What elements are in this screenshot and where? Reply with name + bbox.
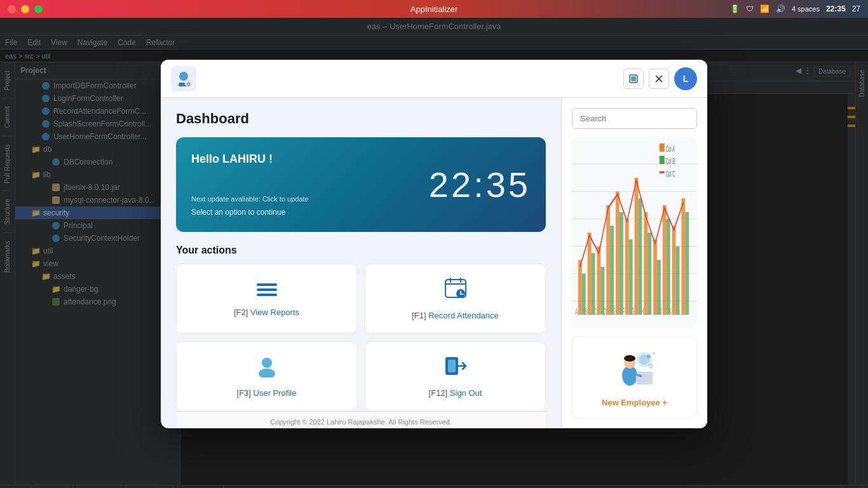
- svg-rect-45: [610, 226, 614, 315]
- svg-text:G: G: [632, 306, 635, 316]
- hero-card: Hello LAHIRU ! Next update avaliable: Cl…: [176, 137, 546, 232]
- modal-minimize-button[interactable]: [623, 69, 644, 89]
- svg-rect-46: [620, 212, 623, 315]
- hero-greeting: Hello LAHIRU !: [191, 152, 309, 166]
- svg-rect-5: [631, 76, 636, 81]
- modal-body: Dashboard Hello LAHIRU ! Next update ava…: [161, 98, 707, 428]
- hero-select-text: Select an option to continue: [191, 208, 309, 217]
- close-button[interactable]: [8, 5, 16, 13]
- svg-rect-40: [672, 226, 676, 315]
- modal-header: ⚙ L: [161, 60, 707, 98]
- svg-rect-36: [635, 178, 639, 315]
- modal-close-button[interactable]: [649, 69, 669, 89]
- svg-point-19: [259, 369, 275, 377]
- svg-text:C: C: [593, 306, 597, 316]
- svg-rect-30: [578, 260, 582, 315]
- svg-rect-35: [625, 219, 629, 315]
- svg-rect-34: [616, 191, 620, 315]
- record-attendance-label: [F1] Record Attendance: [412, 311, 499, 320]
- svg-point-0: [179, 72, 188, 81]
- svg-rect-33: [606, 205, 610, 315]
- actions-grid: [F2] View Reports: [176, 264, 546, 411]
- action-user-profile[interactable]: [F3] User Profile: [176, 341, 357, 411]
- modal-footer: Copyright © 2022 Lahiru Rajapakshe. All …: [176, 411, 546, 428]
- svg-rect-52: [676, 247, 680, 315]
- clock-display: 22:35: [826, 4, 846, 13]
- action-sign-out[interactable]: [F12] Sign Out: [365, 341, 546, 411]
- date-display: 27: [852, 4, 860, 13]
- battery-icon: 🔋: [730, 4, 740, 13]
- svg-rect-37: [644, 212, 648, 315]
- volume-icon: 🔊: [776, 4, 785, 13]
- svg-text:E: E: [613, 306, 616, 316]
- user-avatar: L: [674, 67, 697, 90]
- actions-title: Your actions: [176, 245, 546, 256]
- svg-rect-39: [663, 205, 667, 315]
- svg-rect-31: [588, 233, 592, 315]
- svg-rect-38: [653, 240, 657, 315]
- minimize-button[interactable]: [21, 5, 29, 13]
- svg-text:J: J: [660, 306, 661, 316]
- svg-rect-49: [648, 233, 651, 315]
- svg-text:D: D: [603, 306, 606, 316]
- app-modal: ⚙ L Dashboard: [161, 60, 707, 428]
- svg-text:Col B: Col B: [666, 157, 675, 166]
- svg-text:B: B: [585, 306, 588, 316]
- svg-text:H: H: [641, 306, 644, 316]
- svg-text:Col A: Col A: [666, 144, 675, 153]
- svg-rect-48: [638, 198, 642, 315]
- app-name: AppInitializer: [410, 4, 458, 14]
- svg-rect-66: [660, 144, 665, 152]
- svg-rect-41: [681, 198, 685, 315]
- chart-area: A B C D E F G H I J K L Col A: [572, 137, 697, 329]
- svg-text:⚙: ⚙: [186, 81, 191, 87]
- sign-out-label: [F12] Sign Out: [429, 388, 482, 398]
- mac-titlebar: AppInitializer 🔋 🛡 📶 🔊 4 spaces 22:35 27: [0, 0, 868, 18]
- svg-point-81: [653, 352, 655, 355]
- modal-right-panel: A B C D E F G H I J K L Col A: [561, 98, 707, 428]
- svg-point-76: [624, 355, 635, 362]
- svg-rect-10: [257, 294, 277, 296]
- hero-update-text[interactable]: Next update avaliable: Click to update: [191, 195, 309, 203]
- svg-rect-51: [667, 219, 670, 315]
- modal-header-actions: L: [623, 67, 697, 90]
- svg-point-80: [647, 355, 651, 358]
- action-record-attendance[interactable]: [F1] Record Attendance: [365, 264, 546, 334]
- svg-rect-21: [448, 360, 456, 372]
- wifi-icon: 📶: [760, 4, 770, 13]
- svg-rect-32: [597, 247, 600, 315]
- dashboard-title: Dashboard: [176, 111, 546, 127]
- mac-window-buttons: [8, 5, 43, 13]
- svg-text:Col C: Col C: [666, 169, 675, 178]
- svg-text:K: K: [669, 306, 672, 316]
- svg-rect-53: [685, 212, 689, 315]
- svg-rect-9: [257, 288, 277, 291]
- svg-rect-68: [660, 156, 665, 164]
- new-employee-card[interactable]: New Employee +: [572, 336, 697, 418]
- modal-logo: ⚙: [171, 66, 196, 92]
- hero-left: Hello LAHIRU ! Next update avaliable: Cl…: [191, 152, 309, 217]
- svg-text:L: L: [678, 306, 681, 316]
- maximize-button[interactable]: [34, 5, 43, 13]
- titlebar-right: 🔋 🛡 📶 🔊 4 spaces 22:35 27: [730, 4, 860, 13]
- view-reports-label: [F2] View Reports: [234, 308, 299, 317]
- action-view-reports[interactable]: [F2] View Reports: [176, 264, 357, 334]
- svg-text:F: F: [622, 306, 625, 316]
- svg-point-82: [648, 363, 653, 369]
- modal-left-panel: Dashboard Hello LAHIRU ! Next update ava…: [161, 98, 561, 428]
- search-input[interactable]: [572, 108, 697, 129]
- modal-overlay: ⚙ L Dashboard: [0, 0, 868, 488]
- svg-point-18: [262, 358, 272, 368]
- hero-clock: 22:35: [429, 164, 531, 205]
- footer-text: Copyright © 2022 Lahiru Rajapakshe. All …: [270, 418, 452, 426]
- shield-icon: 🛡: [746, 4, 754, 13]
- svg-text:A: A: [575, 306, 578, 316]
- battery-percent: 4 spaces: [792, 5, 820, 13]
- new-employee-label: New Employee +: [602, 398, 667, 407]
- user-profile-label: [F3] User Profile: [237, 388, 297, 398]
- svg-rect-12: [445, 283, 466, 285]
- svg-text:I: I: [650, 306, 651, 316]
- svg-rect-8: [257, 283, 277, 286]
- svg-rect-47: [629, 240, 633, 315]
